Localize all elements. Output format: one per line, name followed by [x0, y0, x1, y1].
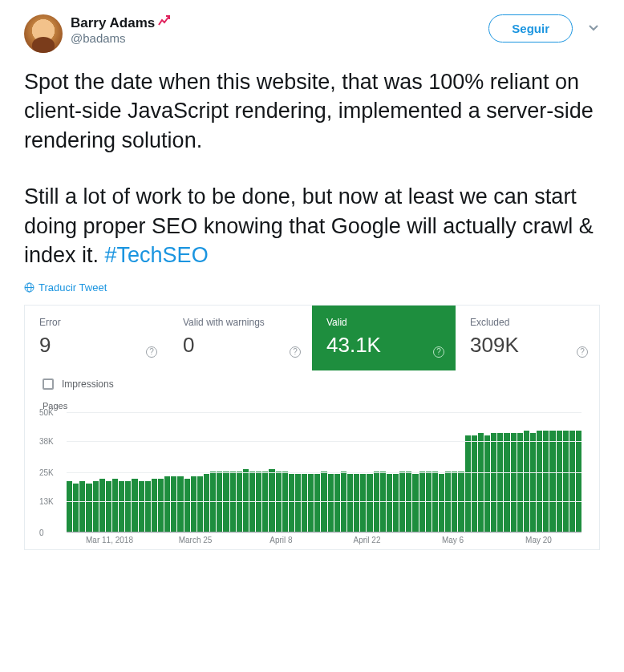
stat-valid-value: 43.1K [326, 333, 441, 358]
x-tick-label: Mar 11, 2018 [67, 536, 152, 544]
help-icon[interactable]: ? [290, 346, 301, 358]
chart-bar [549, 431, 555, 532]
follow-button[interactable]: Seguir [488, 14, 573, 43]
chart-bar [86, 484, 91, 532]
chart-bar [177, 476, 183, 532]
chart-bar [465, 435, 471, 532]
chart-bar [106, 481, 111, 532]
tweet-header: Barry Adams @badams Seguir [24, 14, 600, 53]
x-tick-label: May 20 [496, 536, 581, 544]
chart-bar [243, 469, 249, 532]
stat-excluded[interactable]: Excluded 309K ? [456, 306, 599, 370]
help-icon[interactable]: ? [433, 346, 444, 358]
x-tick-label: April 22 [324, 536, 410, 544]
help-icon[interactable]: ? [577, 346, 588, 358]
gridline [67, 532, 581, 533]
chart-bar [132, 479, 137, 532]
chart-bar [517, 433, 523, 532]
display-name-text: Barry Adams [71, 14, 155, 31]
stat-row: Error 9 ? Valid with warnings 0 ? Valid … [25, 306, 599, 370]
chart-bar [484, 435, 490, 532]
chart-bar [576, 431, 581, 532]
chart-bar [112, 479, 118, 532]
chart-bar [504, 433, 509, 532]
chart-bar [511, 433, 517, 532]
chart-bar [197, 476, 203, 532]
chart-bar [302, 474, 307, 532]
translate-tweet-link[interactable]: Traducir Tweet [24, 281, 600, 293]
stat-excluded-value: 309K [470, 333, 585, 358]
chart-bar [79, 481, 85, 532]
gridline [67, 441, 581, 442]
chart-bar [563, 431, 569, 532]
gridline [67, 412, 581, 413]
handle: @badams [71, 31, 171, 47]
chart-bar [308, 474, 314, 532]
y-axis-title: Pages [43, 401, 581, 411]
stat-warn-label: Valid with warnings [183, 317, 298, 328]
chart-bar [537, 431, 542, 532]
y-tick-label: 25K [39, 468, 54, 476]
stat-error[interactable]: Error 9 ? [25, 306, 168, 370]
impressions-row: Impressions [25, 370, 599, 398]
y-tick-label: 38K [39, 436, 54, 445]
chart-bar [191, 476, 197, 532]
chart-bar [139, 481, 144, 532]
help-icon[interactable]: ? [146, 346, 157, 358]
chart-bar [289, 474, 294, 532]
chevron-down-icon[interactable] [587, 21, 600, 37]
y-tick-label: 0 [39, 528, 44, 536]
chart-bar [184, 479, 190, 532]
chart-bar [158, 479, 164, 532]
chart-bar [412, 474, 418, 532]
chart-bar [93, 481, 99, 532]
display-name: Barry Adams [71, 14, 171, 31]
stat-error-label: Error [39, 317, 154, 328]
chart-bar [387, 474, 392, 532]
chart: Pages 50K38K25K13K0 Mar 11, 2018March 25… [25, 398, 599, 549]
chart-bar [152, 479, 157, 532]
avatar[interactable] [24, 14, 63, 53]
hashtag-link[interactable]: #TechSEO [105, 243, 209, 267]
chart-bar [119, 481, 124, 532]
x-tick-label: March 25 [152, 536, 238, 544]
chart-bar [334, 474, 340, 532]
chart-bar [295, 474, 301, 532]
analytics-card: Error 9 ? Valid with warnings 0 ? Valid … [24, 305, 600, 550]
x-tick-label: April 8 [238, 536, 324, 544]
translate-label: Traducir Tweet [38, 281, 107, 293]
stat-error-value: 9 [39, 333, 154, 358]
chart-bar [367, 474, 372, 532]
chart-bar [125, 481, 131, 532]
chart-bar [491, 433, 496, 532]
chart-bar [328, 474, 334, 532]
chart-bar [360, 474, 366, 532]
trend-icon [158, 15, 171, 30]
chart-bar [354, 474, 359, 532]
chart-bar [439, 474, 444, 532]
chart-bar [347, 474, 353, 532]
chart-bar [164, 476, 170, 532]
chart-bars [67, 411, 581, 532]
chart-bar [543, 431, 549, 532]
stat-valid[interactable]: Valid 43.1K ? [312, 306, 456, 370]
chart-bar [99, 479, 105, 532]
chart-bar [530, 433, 536, 532]
chart-frame: 50K38K25K13K0 [67, 412, 581, 532]
impressions-checkbox[interactable] [43, 379, 54, 390]
chart-bar [569, 431, 575, 532]
tweet-text: Spot the date when this website, that wa… [24, 67, 600, 270]
tweet-paragraph-1: Spot the date when this website, that wa… [24, 67, 600, 155]
chart-bar [269, 469, 274, 532]
tweet-paragraph-2: Still a lot of work to be done, but now … [24, 182, 600, 269]
stat-excluded-label: Excluded [470, 317, 585, 328]
chart-bar [171, 476, 176, 532]
chart-bar [145, 481, 151, 532]
stat-warnings[interactable]: Valid with warnings 0 ? [168, 306, 312, 370]
chart-bar [497, 433, 503, 532]
globe-icon [24, 282, 34, 293]
x-tick-label: May 6 [410, 536, 496, 544]
chart-bar [393, 474, 399, 532]
chart-bar [67, 481, 72, 532]
author-block[interactable]: Barry Adams @badams [71, 14, 171, 47]
